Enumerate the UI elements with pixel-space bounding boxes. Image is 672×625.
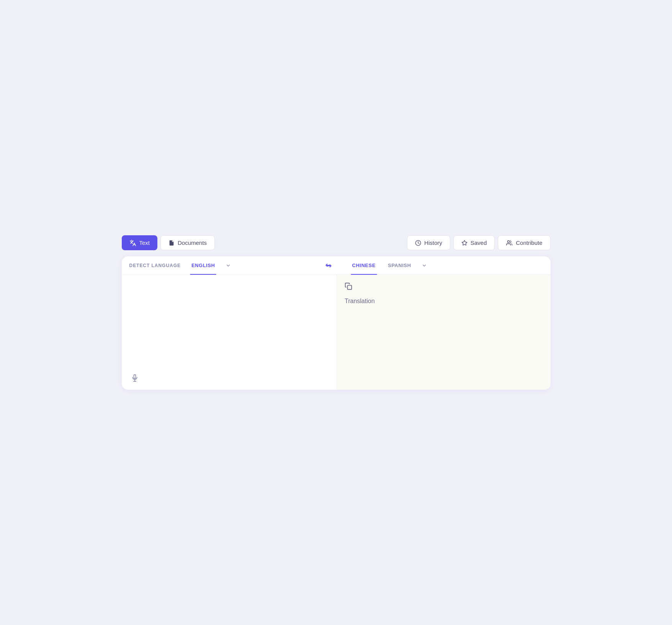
saved-button[interactable]: Saved: [453, 235, 495, 250]
copy-button[interactable]: [343, 281, 354, 292]
documents-tab-button[interactable]: Documents: [160, 235, 215, 250]
spanish-tab[interactable]: SPANISH: [386, 256, 412, 274]
english-tab[interactable]: ENGLISH: [190, 256, 216, 274]
detect-language-option[interactable]: DETECT LANGUAGE: [129, 257, 181, 274]
source-lang-dropdown[interactable]: [226, 263, 231, 268]
history-label: History: [424, 240, 442, 246]
main-container: Text Documents History: [122, 235, 551, 390]
target-lang-dropdown[interactable]: [422, 263, 427, 268]
chevron-down-icon: [422, 263, 427, 268]
swap-icon: [325, 262, 332, 269]
swap-languages-button[interactable]: [322, 259, 335, 272]
toolbar-right: History Saved Contribute: [407, 235, 550, 250]
svg-point-2: [508, 241, 510, 243]
document-icon: [168, 240, 175, 246]
translation-output: Translation: [345, 298, 375, 304]
history-icon: [415, 240, 421, 246]
history-button[interactable]: History: [407, 235, 450, 250]
translate-icon: [129, 240, 136, 246]
copy-icon: [345, 282, 352, 290]
text-tab-button[interactable]: Text: [122, 235, 158, 250]
contribute-button[interactable]: Contribute: [498, 235, 550, 250]
toolbar-left: Text Documents: [122, 235, 215, 250]
chevron-down-icon: [226, 263, 231, 268]
svg-rect-6: [348, 285, 352, 290]
lang-bar-left: DETECT LANGUAGE ENGLISH: [129, 256, 322, 274]
source-panel: [122, 275, 337, 390]
panels: Translation: [122, 275, 551, 390]
documents-tab-label: Documents: [178, 240, 207, 246]
mic-button[interactable]: [129, 372, 140, 384]
svg-rect-3: [134, 375, 136, 379]
language-bar: DETECT LANGUAGE ENGLISH: [122, 256, 551, 275]
lang-bar-right: CHINESE SPANISH: [335, 256, 543, 274]
contribute-label: Contribute: [516, 240, 542, 246]
translation-card: DETECT LANGUAGE ENGLISH: [122, 256, 551, 390]
contribute-icon: [506, 240, 513, 246]
target-panel: Translation: [337, 275, 551, 390]
chinese-tab[interactable]: CHINESE: [351, 256, 377, 274]
saved-label: Saved: [471, 240, 487, 246]
text-tab-label: Text: [139, 240, 150, 246]
source-text-input[interactable]: [131, 282, 329, 367]
star-icon: [461, 240, 468, 246]
toolbar: Text Documents History: [122, 235, 551, 250]
page-wrapper: Text Documents History: [0, 0, 672, 625]
microphone-icon: [131, 374, 139, 382]
svg-marker-1: [462, 240, 467, 245]
